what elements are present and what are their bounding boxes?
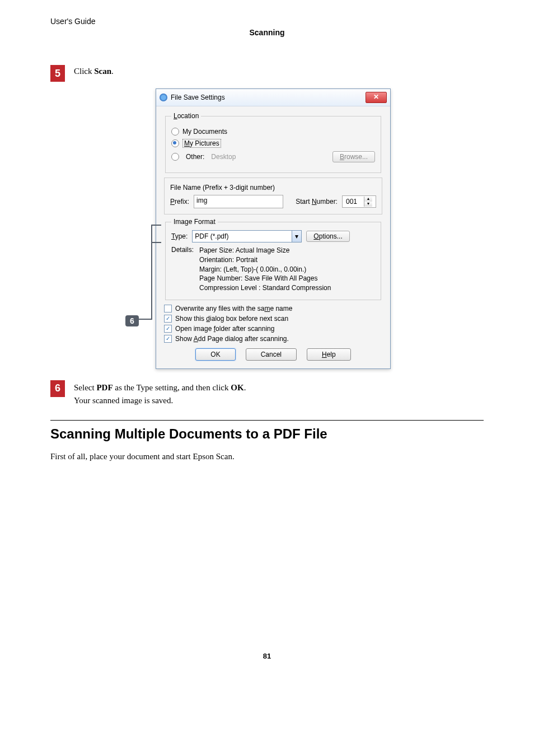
sn-key: N — [312, 198, 317, 206]
checkbox-icon-checked: ✓ — [164, 315, 172, 323]
radio-my-pictures-label: My Pictures — [182, 139, 221, 148]
radio-other-label: Other: — [186, 153, 204, 161]
image-format-legend: Image Format — [171, 218, 218, 226]
sn-post: umber: — [317, 198, 338, 206]
dialog-titlebar: File Save Settings ✕ — [156, 89, 390, 106]
checkbox-icon — [164, 305, 172, 312]
step5-prefix: Click — [74, 67, 94, 76]
sd-pre: Show this — [175, 315, 206, 323]
other-path-text: Desktop — [211, 153, 326, 161]
type-key: T — [171, 232, 175, 240]
if-key: g — [185, 218, 189, 226]
dialog-app-icon — [160, 94, 167, 101]
if-post: e Format — [189, 218, 216, 226]
my-pictures-rest: y Pictures — [190, 139, 219, 147]
dialog-screenshot: 6 File Save Settings ✕ Location My Docum… — [140, 88, 484, 369]
spinner-buttons[interactable]: ▲▼ — [360, 197, 376, 207]
start-number-spinner[interactable]: 001 ▲▼ — [342, 195, 376, 208]
details-l4: Page Number: Save File With All Pages — [199, 274, 331, 283]
section-heading-pdf: Scanning Multiple Documents to a PDF Fil… — [50, 426, 484, 442]
details-l3: Margin: (Left, Top)-( 0.00in., 0.00in.) — [199, 265, 331, 274]
if-pre: Ima — [174, 218, 185, 226]
browse-key: B — [340, 153, 344, 161]
details-label: Details: — [171, 246, 194, 293]
filename-header: File Name (Prefix + 3-digit number) — [170, 184, 376, 192]
location-legend-rest: ocation — [177, 112, 199, 120]
step5-suffix: . — [111, 67, 114, 76]
step-6-text: Select PDF as the Type setting, and then… — [74, 381, 246, 393]
check-overwrite-label: Overwrite any files with the same name — [175, 305, 292, 312]
of-post: older after scanning — [216, 325, 274, 333]
details-text: Paper Size: Actual Image Size Orientatio… — [199, 246, 331, 293]
prefix-label: Prefix: — [170, 198, 189, 206]
callout-connector-v — [151, 225, 152, 319]
sa-pre: Show — [175, 335, 194, 343]
chevron-down-icon: ▾ — [292, 231, 301, 242]
callout-6-badge: 6 — [125, 315, 139, 326]
checkbox-icon-checked: ✓ — [164, 335, 172, 343]
prefix-input[interactable]: img — [194, 195, 283, 208]
opt-key: O — [313, 232, 318, 240]
details-l1: Paper Size: Actual Image Size — [199, 246, 331, 255]
check-show-add-page[interactable]: ✓ Show Add Page dialog after scanning. — [164, 335, 382, 343]
prefix-key: P — [170, 198, 175, 206]
document-header: User's Guide — [50, 17, 484, 26]
step-6-row: 6 Select PDF as the Type setting, and th… — [50, 380, 484, 405]
ow-post: e name — [270, 305, 292, 312]
options-button[interactable]: Options... — [306, 231, 349, 242]
radio-icon — [171, 153, 179, 161]
step-5-row: 5 Click Scan. — [50, 65, 484, 82]
step-6-badge: 6 — [50, 380, 65, 397]
s6-t3: . — [244, 383, 246, 392]
type-value: PDF (*.pdf) — [195, 232, 228, 240]
check-overwrite[interactable]: Overwrite any files with the same name — [164, 305, 382, 312]
type-rest: ype: — [175, 232, 188, 240]
sd-post: ialog box before next scan — [210, 315, 288, 323]
check-show-dialog[interactable]: ✓ Show this dialog box before next scan — [164, 315, 382, 323]
help-button[interactable]: Help — [307, 348, 351, 361]
radio-icon — [171, 128, 179, 136]
callout-branch-2 — [151, 242, 161, 243]
ow-key: m — [264, 305, 270, 312]
location-legend-key: L — [174, 112, 177, 120]
help-key: H — [322, 351, 327, 358]
ok-button[interactable]: OK — [195, 348, 235, 361]
step-6-note: Your scanned image is saved. — [74, 396, 246, 405]
sa-post: dd Page dialog after scanning. — [198, 335, 289, 343]
prefix-rest: refix: — [175, 198, 189, 206]
check-show-add-page-label: Show Add Page dialog after scanning. — [175, 335, 289, 343]
radio-my-pictures[interactable]: My Pictures — [171, 139, 375, 148]
radio-my-documents[interactable]: My Documents — [171, 128, 375, 136]
cancel-button[interactable]: Cancel — [246, 348, 297, 361]
help-rest: elp — [327, 351, 336, 358]
close-button[interactable]: ✕ — [366, 92, 387, 103]
check-show-dialog-label: Show this dialog box before next scan — [175, 315, 288, 323]
details-l2: Orientation: Portrait — [199, 255, 331, 265]
of-pre: Open image — [175, 325, 214, 333]
s6-b1: PDF — [96, 383, 113, 392]
checkbox-icon-checked: ✓ — [164, 325, 172, 333]
section-body-text: First of all, place your document and st… — [50, 452, 484, 461]
start-number-label: Start Number: — [296, 198, 338, 206]
radio-icon-checked — [171, 139, 179, 147]
step-5-badge: 5 — [50, 65, 65, 82]
s6-t1: Select — [74, 383, 96, 392]
browse-button[interactable]: Browse... — [332, 151, 375, 162]
sa-key: A — [194, 335, 198, 343]
s6-t2: as the Type setting, and then click — [113, 383, 231, 392]
ow-pre: Overwrite any files with the sa — [175, 305, 264, 312]
page-number: 81 — [50, 652, 484, 660]
radio-other[interactable]: Other: Desktop Browse... — [171, 151, 375, 162]
dialog-title: File Save Settings — [171, 94, 225, 101]
location-legend: Location — [171, 112, 201, 120]
my-pictures-key: M — [184, 139, 190, 147]
check-open-folder[interactable]: ✓ Open image folder after scanning — [164, 325, 382, 333]
check-open-folder-label: Open image folder after scanning — [175, 325, 274, 333]
type-combobox[interactable]: PDF (*.pdf) ▾ — [192, 230, 302, 242]
s6-b2: OK — [231, 383, 243, 392]
location-group: Location My Documents My Pictures Other:… — [165, 112, 381, 173]
browse-rest: rowse... — [344, 153, 368, 161]
opt-rest: ptions... — [319, 232, 343, 240]
radio-my-documents-label: My Documents — [182, 128, 227, 136]
section-divider — [50, 420, 484, 421]
